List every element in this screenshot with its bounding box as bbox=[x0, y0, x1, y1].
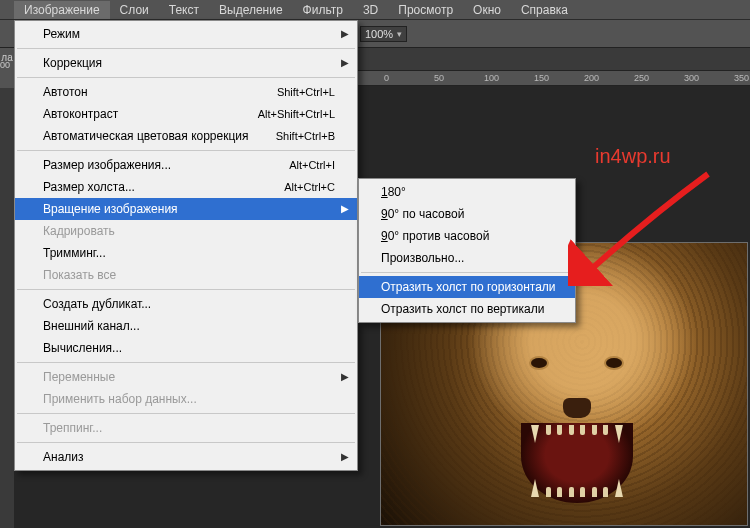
dropdown-arrow-icon: ▾ bbox=[397, 29, 402, 39]
menu-фильтр[interactable]: Фильтр bbox=[293, 1, 353, 19]
menu-item[interactable]: Размер изображения...Alt+Ctrl+I bbox=[15, 154, 357, 176]
menu-item-label: Режим bbox=[43, 26, 80, 42]
watermark-text: in4wp.ru bbox=[595, 145, 671, 168]
menu-item-label: Кадрировать bbox=[43, 223, 115, 239]
submenu-arrow-icon: ▶ bbox=[341, 449, 349, 465]
menu-item[interactable]: Создать дубликат... bbox=[15, 293, 357, 315]
ruler-tick: 350 bbox=[734, 73, 749, 83]
menu-item: Применить набор данных... bbox=[15, 388, 357, 410]
menu-item[interactable]: Коррекция▶ bbox=[15, 52, 357, 74]
menu-item[interactable]: Автоматическая цветовая коррекцияShift+C… bbox=[15, 125, 357, 147]
separator bbox=[17, 77, 355, 78]
menu-item-label: Размер изображения... bbox=[43, 157, 171, 173]
submenu-arrow-icon: ▶ bbox=[341, 201, 349, 217]
submenu-item[interactable]: 90° по часовой bbox=[359, 203, 575, 225]
separator bbox=[17, 413, 355, 414]
ruler-tick: 100 bbox=[484, 73, 499, 83]
menu-item-label: Создать дубликат... bbox=[43, 296, 151, 312]
menu-item-label: Треппинг... bbox=[43, 420, 102, 436]
menu-справка[interactable]: Справка bbox=[511, 1, 578, 19]
menu-item: Показать все bbox=[15, 264, 357, 286]
menu-item-label: Автоматическая цветовая коррекция bbox=[43, 128, 249, 144]
separator bbox=[17, 289, 355, 290]
menu-item[interactable]: АвтоконтрастAlt+Shift+Ctrl+L bbox=[15, 103, 357, 125]
menu-слои[interactable]: Слои bbox=[110, 1, 159, 19]
submenu-item[interactable]: 90° против часовой bbox=[359, 225, 575, 247]
menu-item: Кадрировать bbox=[15, 220, 357, 242]
separator bbox=[17, 48, 355, 49]
menu-item-label: Вращение изображения bbox=[43, 201, 178, 217]
menubar: ИзображениеСлоиТекстВыделениеФильтр3DПро… bbox=[0, 0, 750, 20]
submenu-item[interactable]: Отразить холст по горизонтали bbox=[359, 276, 575, 298]
menu-item-label: Применить набор данных... bbox=[43, 391, 197, 407]
menu-окно[interactable]: Окно bbox=[463, 1, 511, 19]
separator bbox=[17, 442, 355, 443]
menu-item-shortcut: Alt+Shift+Ctrl+L bbox=[258, 106, 335, 122]
submenu-item[interactable]: Произвольно... bbox=[359, 247, 575, 269]
submenu-arrow-icon: ▶ bbox=[341, 26, 349, 42]
menu-item: Переменные▶ bbox=[15, 366, 357, 388]
zoom-value: 100% bbox=[365, 28, 393, 40]
menu-item[interactable]: АвтотонShift+Ctrl+L bbox=[15, 81, 357, 103]
ruler-tick: 50 bbox=[434, 73, 444, 83]
zoom-selector[interactable]: 100% ▾ bbox=[360, 26, 407, 42]
menu-item[interactable]: Размер холста...Alt+Ctrl+C bbox=[15, 176, 357, 198]
menu-item[interactable]: Внешний канал... bbox=[15, 315, 357, 337]
menu-изображение[interactable]: Изображение bbox=[14, 1, 110, 19]
menu-item-shortcut: Shift+Ctrl+B bbox=[276, 128, 335, 144]
menu-item: Треппинг... bbox=[15, 417, 357, 439]
menu-item-shortcut: Shift+Ctrl+L bbox=[277, 84, 335, 100]
menu-item-label: Анализ bbox=[43, 449, 84, 465]
rotate-submenu[interactable]: 180°90° по часовой90° против часовойПрои… bbox=[358, 178, 576, 323]
menu-просмотр[interactable]: Просмотр bbox=[388, 1, 463, 19]
submenu-item[interactable]: Отразить холст по вертикали bbox=[359, 298, 575, 320]
ruler-tick: 0 bbox=[384, 73, 389, 83]
menu-item[interactable]: Вычисления... bbox=[15, 337, 357, 359]
separator bbox=[17, 362, 355, 363]
separator bbox=[17, 150, 355, 151]
menu-item-label: Переменные bbox=[43, 369, 115, 385]
menu-item-shortcut: Alt+Ctrl+C bbox=[284, 179, 335, 195]
separator bbox=[361, 272, 573, 273]
menu-item-label: Автоконтраст bbox=[43, 106, 118, 122]
menu-item-label: Вычисления... bbox=[43, 340, 122, 356]
menu-item-label: Автотон bbox=[43, 84, 88, 100]
ruler-tick: 250 bbox=[634, 73, 649, 83]
menu-item-label: Показать все bbox=[43, 267, 116, 283]
menu-item-label: Размер холста... bbox=[43, 179, 135, 195]
menu-item-label: Тримминг... bbox=[43, 245, 106, 261]
submenu-item[interactable]: 180° bbox=[359, 181, 575, 203]
submenu-arrow-icon: ▶ bbox=[341, 369, 349, 385]
menu-item-label: Внешний канал... bbox=[43, 318, 140, 334]
image-menu-dropdown[interactable]: Режим▶Коррекция▶АвтотонShift+Ctrl+LАвток… bbox=[14, 20, 358, 471]
left-number: 00 bbox=[0, 60, 14, 70]
menu-item-label: Коррекция bbox=[43, 55, 102, 71]
menu-item[interactable]: Тримминг... bbox=[15, 242, 357, 264]
menu-item[interactable]: Режим▶ bbox=[15, 23, 357, 45]
ruler-tick: 200 bbox=[584, 73, 599, 83]
menu-выделение[interactable]: Выделение bbox=[209, 1, 293, 19]
menu-текст[interactable]: Текст bbox=[159, 1, 209, 19]
menu-item-shortcut: Alt+Ctrl+I bbox=[289, 157, 335, 173]
ruler-tick: 300 bbox=[684, 73, 699, 83]
menu-item[interactable]: Вращение изображения▶ bbox=[15, 198, 357, 220]
menu-3d[interactable]: 3D bbox=[353, 1, 388, 19]
ruler-tick: 150 bbox=[534, 73, 549, 83]
menu-item[interactable]: Анализ▶ bbox=[15, 446, 357, 468]
submenu-arrow-icon: ▶ bbox=[341, 55, 349, 71]
